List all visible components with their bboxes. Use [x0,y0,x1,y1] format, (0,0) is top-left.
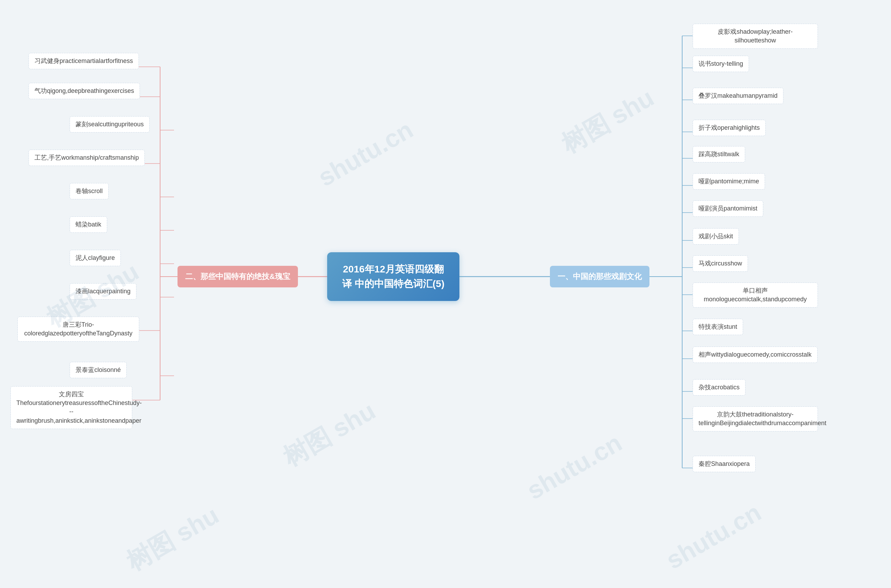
watermark: 树图 shu [120,499,225,578]
left-leaf-l10: 景泰蓝cloisonné [70,362,127,378]
right-leaf-r5: 踩高跷stiltwalk [693,146,745,162]
right-leaf-r12: 相声wittydialoguecomedy,comiccrosstalk [693,346,817,363]
left-leaf-l9: 唐三彩Trio-coloredglazedpotteryoftheTangDyn… [17,316,139,342]
left-leaf-l1: 习武健身practicemartialartforfitness [29,53,139,69]
left-leaf-l11: 文房四宝ThefourstationerytreasuressoftheChin… [11,386,132,429]
right-leaf-r13: 杂技acrobatics [693,379,745,396]
left-leaf-l4: 工艺,手艺workmanship/craftsmanship [29,150,145,166]
left-leaf-l7: 泥人clayfigure [70,250,121,266]
left-leaf-l2: 气功qigong,deepbreathingexercises [29,83,140,99]
right-leaf-r2: 说书story-telling [693,56,749,72]
branch-right-label: 一、中国的那些戏剧文化 [557,272,642,281]
right-leaf-r14: 京韵大鼓thetraditionalstory-tellinginBeijing… [693,406,818,431]
right-leaf-r4: 折子戏operahighlights [693,120,766,136]
right-leaf-r9: 马戏circusshow [693,255,748,272]
right-leaf-r7: 哑剧演员pantomimist [693,200,763,217]
right-leaf-r15: 秦腔Shaanxiopera [693,456,756,472]
left-leaf-l3: 篆刻sealcuttingupriteous [70,116,150,132]
watermark: shutu.cn [522,428,627,505]
branch-left: 二、那些中国特有的绝技&瑰宝 [177,266,298,287]
watermark: shutu.cn [661,498,766,574]
center-node: 2016年12月英语四级翻译 中的中国特色词汇(5) [327,252,460,301]
watermark: 树图 shu [556,81,660,161]
watermark: 树图 shu [277,394,382,474]
left-leaf-l8: 漆画lacquerpainting [70,283,137,300]
right-leaf-r11: 特技表演stunt [693,319,743,335]
left-leaf-l6: 蜡染batik [70,216,107,233]
center-title: 2016年12月英语四级翻译 中的中国特色词汇(5) [342,264,445,289]
watermark: shutu.cn [313,115,418,192]
right-leaf-r1: 皮影戏shadowplay;leather-silhouetteshow [693,24,818,49]
branch-left-label: 二、那些中国特有的绝技&瑰宝 [185,272,290,281]
right-leaf-r10: 单口相声monologuecomictalk,standupcomedy [693,282,818,308]
right-leaf-r8: 戏剧小品skit [693,228,739,244]
right-leaf-r3: 叠罗汉makeahumanpyramid [693,88,783,104]
branch-right: 一、中国的那些戏剧文化 [550,266,649,287]
left-leaf-l5: 卷轴scroll [70,183,108,200]
right-leaf-r6: 哑剧pantomime;mime [693,173,765,190]
